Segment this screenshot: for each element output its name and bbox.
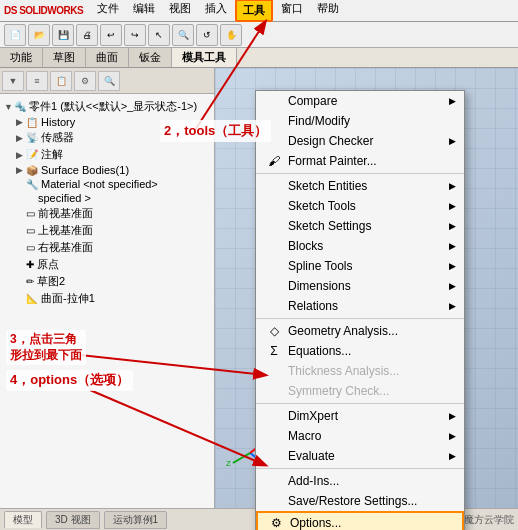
divider-4 — [256, 468, 464, 469]
menu-geometry-analysis[interactable]: ◇ Geometry Analysis... — [256, 321, 464, 341]
format-painter-icon: 🖌 — [264, 154, 284, 168]
menu-insert[interactable]: 插入 — [199, 0, 233, 22]
geometry-analysis-icon: ◇ — [264, 324, 284, 338]
menu-macro[interactable]: Macro ▶ — [256, 426, 464, 446]
divider-1 — [256, 173, 464, 174]
toolbar-zoom[interactable]: 🔍 — [172, 24, 194, 46]
menu-sketch-settings[interactable]: Sketch Settings ▶ — [256, 216, 464, 236]
macro-arrow: ▶ — [449, 431, 456, 441]
menu-window[interactable]: 窗口 — [275, 0, 309, 22]
toolbar-rotate[interactable]: ↺ — [196, 24, 218, 46]
menu-compare[interactable]: Compare ▶ — [256, 91, 464, 111]
equations-icon: Σ — [264, 344, 284, 358]
tab-moldtools[interactable]: 模具工具 — [172, 48, 237, 67]
sketch-tools-arrow: ▶ — [449, 201, 456, 211]
relations-arrow: ▶ — [449, 301, 456, 311]
dropdown-overlay: Compare ▶ Find/Modify Design Checker ▶ 🖌… — [0, 68, 518, 508]
menu-blocks[interactable]: Blocks ▶ — [256, 236, 464, 256]
dimxpert-arrow: ▶ — [449, 411, 456, 421]
menu-sketch-entities[interactable]: Sketch Entities ▶ — [256, 176, 464, 196]
menu-dimensions[interactable]: Dimensions ▶ — [256, 276, 464, 296]
toolbar-new[interactable]: 📄 — [4, 24, 26, 46]
menu-find-modify[interactable]: Find/Modify — [256, 111, 464, 131]
menu-addins[interactable]: Add-Ins... — [256, 471, 464, 491]
menu-equations[interactable]: Σ Equations... — [256, 341, 464, 361]
menu-spline-tools[interactable]: Spline Tools ▶ — [256, 256, 464, 276]
divider-3 — [256, 403, 464, 404]
menu-format-painter[interactable]: 🖌 Format Painter... — [256, 151, 464, 171]
blocks-arrow: ▶ — [449, 241, 456, 251]
tab-features[interactable]: 功能 — [0, 48, 43, 67]
menu-items: 文件 编辑 视图 插入 工具 窗口 帮助 — [91, 0, 345, 22]
menu-file[interactable]: 文件 — [91, 0, 125, 22]
main-toolbar: 📄 📂 💾 🖨 ↩ ↪ ↖ 🔍 ↺ ✋ — [0, 22, 518, 48]
toolbar-open[interactable]: 📂 — [28, 24, 50, 46]
tab-sheetmetal[interactable]: 钣金 — [129, 48, 172, 67]
spline-tools-arrow: ▶ — [449, 261, 456, 271]
menu-relations[interactable]: Relations ▶ — [256, 296, 464, 316]
status-tab-model[interactable]: 模型 — [4, 511, 42, 528]
options-icon: ⚙ — [266, 516, 286, 530]
evaluate-arrow: ▶ — [449, 451, 456, 461]
menu-options[interactable]: ⚙ Options... — [256, 511, 464, 530]
feature-tabs: 功能 草图 曲面 钣金 模具工具 — [0, 48, 518, 68]
menu-tools[interactable]: 工具 — [235, 0, 273, 22]
toolbar-pan[interactable]: ✋ — [220, 24, 242, 46]
solidworks-logo: DS SOLIDWORKS — [4, 5, 83, 16]
divider-2 — [256, 318, 464, 319]
menu-sketch-tools[interactable]: Sketch Tools ▶ — [256, 196, 464, 216]
menu-thickness-analysis[interactable]: Thickness Analysis... — [256, 361, 464, 381]
toolbar-select[interactable]: ↖ — [148, 24, 170, 46]
dimensions-arrow: ▶ — [449, 281, 456, 291]
app-logo: DS SOLIDWORKS — [4, 5, 83, 16]
menu-edit[interactable]: 编辑 — [127, 0, 161, 22]
status-tab-motion[interactable]: 运动算例1 — [104, 511, 168, 529]
design-checker-arrow: ▶ — [449, 136, 456, 146]
main-area: ▼ ≡ 📋 ⚙ 🔍 ▼ 🔩 零件1 (默认<<默认>_显示状态-1>) ▶ 📋 … — [0, 68, 518, 508]
tools-dropdown-menu: Compare ▶ Find/Modify Design Checker ▶ 🖌… — [255, 90, 465, 530]
sketch-entities-arrow: ▶ — [449, 181, 456, 191]
menu-help[interactable]: 帮助 — [311, 0, 345, 22]
toolbar-print[interactable]: 🖨 — [76, 24, 98, 46]
menu-save-restore[interactable]: Save/Restore Settings... — [256, 491, 464, 511]
status-tab-3dview[interactable]: 3D 视图 — [46, 511, 100, 529]
menu-bar: DS SOLIDWORKS 文件 编辑 视图 插入 工具 窗口 帮助 — [0, 0, 518, 22]
compare-arrow: ▶ — [449, 96, 456, 106]
tab-surfaces[interactable]: 曲面 — [86, 48, 129, 67]
menu-symmetry-check[interactable]: Symmetry Check... — [256, 381, 464, 401]
menu-dimxpert[interactable]: DimXpert ▶ — [256, 406, 464, 426]
tab-sketch[interactable]: 草图 — [43, 48, 86, 67]
toolbar-save[interactable]: 💾 — [52, 24, 74, 46]
menu-view[interactable]: 视图 — [163, 0, 197, 22]
menu-evaluate[interactable]: Evaluate ▶ — [256, 446, 464, 466]
toolbar-redo[interactable]: ↪ — [124, 24, 146, 46]
menu-design-checker[interactable]: Design Checker ▶ — [256, 131, 464, 151]
sketch-settings-arrow: ▶ — [449, 221, 456, 231]
toolbar-undo[interactable]: ↩ — [100, 24, 122, 46]
